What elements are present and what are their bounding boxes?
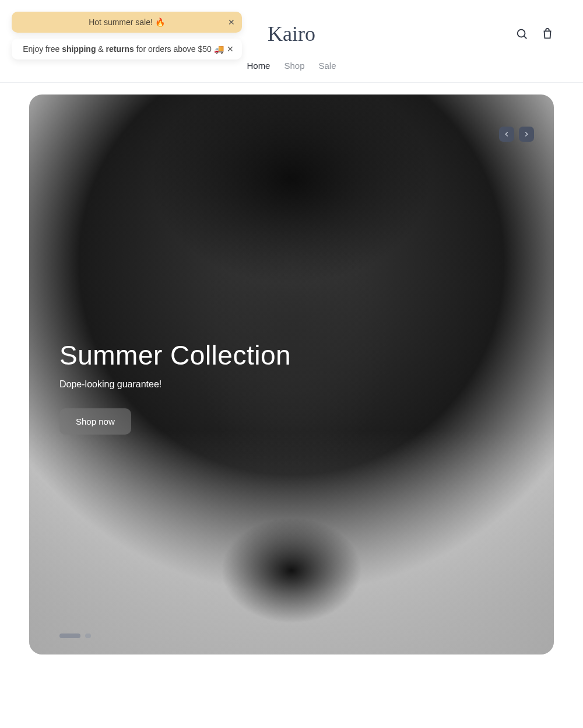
toast-text: Enjoy free shipping & returns for orders… (20, 44, 227, 54)
nav-sale[interactable]: Sale (319, 61, 336, 71)
hero-carousel: Summer Collection Dope-looking guarantee… (29, 94, 554, 654)
nav-home[interactable]: Home (247, 61, 270, 71)
carousel-dot-2[interactable] (85, 634, 91, 638)
brand-logo[interactable]: Kairo (268, 22, 315, 46)
carousel-dots (59, 634, 91, 638)
toast-text: Hot summer sale! 🔥 (89, 18, 165, 27)
carousel-prev-button[interactable] (499, 127, 514, 142)
close-icon[interactable]: ✕ (228, 18, 235, 26)
carousel-next-button[interactable] (519, 127, 534, 142)
close-icon[interactable]: ✕ (227, 45, 234, 53)
carousel-dot-1[interactable] (59, 634, 80, 638)
svg-point-0 (518, 30, 525, 37)
main-nav: Home Shop Sale (247, 50, 336, 82)
cart-icon[interactable] (541, 27, 554, 40)
hero-subtitle: Dope-looking guarantee! (59, 379, 291, 390)
hero-title: Summer Collection (59, 340, 291, 371)
svg-line-1 (524, 36, 526, 38)
search-icon[interactable] (515, 27, 528, 40)
shop-now-button[interactable]: Shop now (59, 408, 131, 435)
toast-summer-sale: Hot summer sale! 🔥 ✕ (12, 12, 242, 33)
nav-shop[interactable]: Shop (284, 61, 304, 71)
toast-free-shipping: Enjoy free shipping & returns for orders… (12, 38, 242, 60)
